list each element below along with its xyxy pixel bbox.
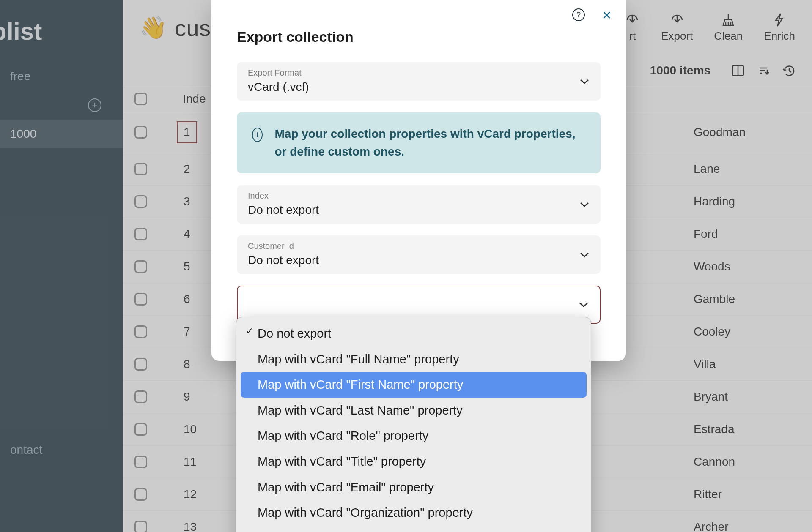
dropdown-option[interactable]: Do not export [241,321,587,346]
dropdown-option[interactable]: Map with vCard "Email" property [241,475,587,500]
field-value: Do not export [248,203,590,217]
dropdown-option[interactable]: Map with vCard "Title" property [241,449,587,475]
export-modal: ? ✕ Export collection Export Format vCar… [211,0,626,361]
chevron-down-icon [579,78,590,85]
dropdown-option[interactable]: Map with vCard "Last Name" property [241,398,587,423]
dropdown-option[interactable]: Map with vCard "Tel" property [241,526,587,532]
export-format-field[interactable]: Export Format vCard (.vcf) [237,62,601,101]
field-label: Export Format [248,68,590,78]
index-mapping-field[interactable]: Index Do not export [237,185,601,224]
mapping-dropdown[interactable]: Do not exportMap with vCard "Full Name" … [236,317,591,532]
chevron-down-icon [579,251,590,258]
info-icon: i [252,128,263,142]
dropdown-option[interactable]: Map with vCard "Organization" property [241,500,587,526]
dropdown-option[interactable]: Map with vCard "First Name" property [241,372,587,398]
field-label: Customer Id [248,241,590,251]
chevron-down-icon [579,301,589,308]
help-icon[interactable]: ? [572,8,585,21]
field-label: Index [248,191,590,201]
close-icon[interactable]: ✕ [602,8,612,22]
field-value: Do not export [248,254,590,267]
customerid-mapping-field[interactable]: Customer Id Do not export [237,235,601,274]
chevron-down-icon [579,201,590,208]
dropdown-option[interactable]: Map with vCard "Full Name" property [241,346,587,372]
info-box: i Map your collection properties with vC… [237,112,601,173]
info-text: Map your collection properties with vCar… [274,125,585,161]
field-value: vCard (.vcf) [248,80,590,94]
modal-title: Export collection [237,29,601,45]
dropdown-option[interactable]: Map with vCard "Role" property [241,423,587,449]
